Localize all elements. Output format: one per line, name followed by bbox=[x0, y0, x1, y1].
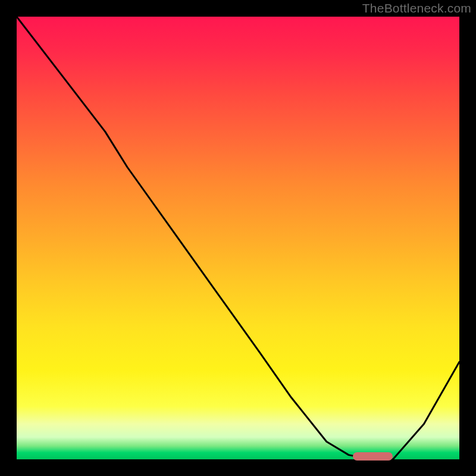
optimal-marker bbox=[353, 452, 393, 461]
chart-area bbox=[17, 17, 459, 459]
bottleneck-curve bbox=[17, 17, 459, 459]
curve-path bbox=[17, 17, 459, 459]
attribution-text: TheBottleneck.com bbox=[362, 1, 471, 15]
